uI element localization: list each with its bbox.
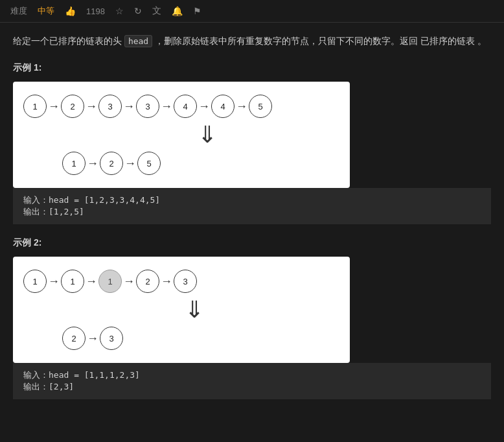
like-count: 1198	[86, 6, 105, 16]
out-node-2: 2	[100, 152, 123, 175]
down-arrow-container: ⇓	[23, 123, 339, 146]
example-1-title: 示例 1:	[13, 62, 491, 74]
example-2-input-row: 1 1 1 2 3	[23, 270, 339, 293]
arrow-icon	[161, 100, 172, 113]
node-2: 2	[136, 270, 159, 293]
down-arrow-container-2: ⇓	[23, 298, 339, 321]
arrow-icon	[86, 100, 97, 113]
top-bar: 难度 中等 👍 1198 ☆ ↻ 文 🔔 ⚑	[0, 0, 504, 23]
example-1-output-row: 1 2 5	[23, 152, 339, 175]
down-arrow-icon-2: ⇓	[185, 298, 204, 321]
node-1: 1	[23, 95, 47, 118]
head-code: head	[124, 35, 152, 47]
example-1-output-label: 输出：[1,2,5]	[23, 206, 481, 218]
example-2-output-label: 输出：[2,3]	[23, 381, 481, 393]
refresh-icon[interactable]: ↻	[134, 6, 142, 16]
node-2: 2	[61, 95, 84, 118]
arrow-icon	[48, 275, 60, 288]
arrow-icon	[161, 275, 172, 288]
out-node-2: 2	[62, 327, 86, 350]
example-2-section: 示例 2: 1 1 1 2 3 ⇓ 2 3	[13, 237, 491, 399]
arrow-icon	[48, 100, 60, 113]
node-1b: 1	[61, 270, 84, 293]
node-1c: 1	[98, 270, 122, 293]
example-1-code: 输入：head = [1,2,3,3,4,4,5] 输出：[1,2,5]	[13, 188, 491, 224]
node-3b: 3	[136, 95, 159, 118]
example-2-code: 输入：head = [1,1,1,2,3] 输出：[2,3]	[13, 363, 491, 399]
arrow-icon	[123, 100, 135, 113]
node-5: 5	[249, 95, 272, 118]
star-icon[interactable]: ☆	[115, 6, 124, 16]
problem-description: 给定一个已排序的链表的头 head ，删除原始链表中所有重复数字的节点，只留下不…	[13, 33, 491, 49]
arrow-icon	[236, 100, 247, 113]
arrow-icon	[123, 275, 135, 288]
out-node-3: 3	[100, 327, 123, 350]
example-2-output-row: 2 3	[23, 327, 339, 350]
difficulty-value: 中等	[38, 5, 54, 17]
node-3a: 3	[98, 95, 122, 118]
example-1-diagram: 1 2 3 3 4 4 5 ⇓ 1 2	[13, 82, 350, 188]
example-2-input-label: 输入：head = [1,1,1,2,3]	[23, 369, 481, 381]
node-1a: 1	[23, 270, 47, 293]
bell-icon[interactable]: 🔔	[172, 6, 183, 16]
bookmark-icon[interactable]: ⚑	[193, 6, 201, 16]
example-2-diagram: 1 1 1 2 3 ⇓ 2 3	[13, 257, 350, 363]
node-3: 3	[174, 270, 197, 293]
arrow-icon	[124, 157, 136, 170]
node-4a: 4	[174, 95, 197, 118]
arrow-icon	[87, 332, 98, 345]
main-content: 给定一个已排序的链表的头 head ，删除原始链表中所有重复数字的节点，只留下不…	[0, 23, 504, 423]
thumbs-up-icon[interactable]: 👍	[65, 6, 76, 16]
node-4b: 4	[211, 95, 235, 118]
translate-icon[interactable]: 文	[152, 5, 161, 17]
example-2-title: 示例 2:	[13, 237, 491, 249]
out-node-5: 5	[137, 152, 161, 175]
arrow-icon	[86, 275, 97, 288]
out-node-1: 1	[62, 152, 86, 175]
difficulty-label: 难度	[10, 5, 27, 17]
example-1-section: 示例 1: 1 2 3 3 4 4 5 ⇓	[13, 62, 491, 224]
down-arrow-icon: ⇓	[198, 123, 217, 146]
arrow-icon	[87, 157, 98, 170]
arrow-icon	[198, 100, 210, 113]
example-1-input-row: 1 2 3 3 4 4 5	[23, 95, 339, 118]
example-1-input-label: 输入：head = [1,2,3,3,4,4,5]	[23, 194, 481, 206]
